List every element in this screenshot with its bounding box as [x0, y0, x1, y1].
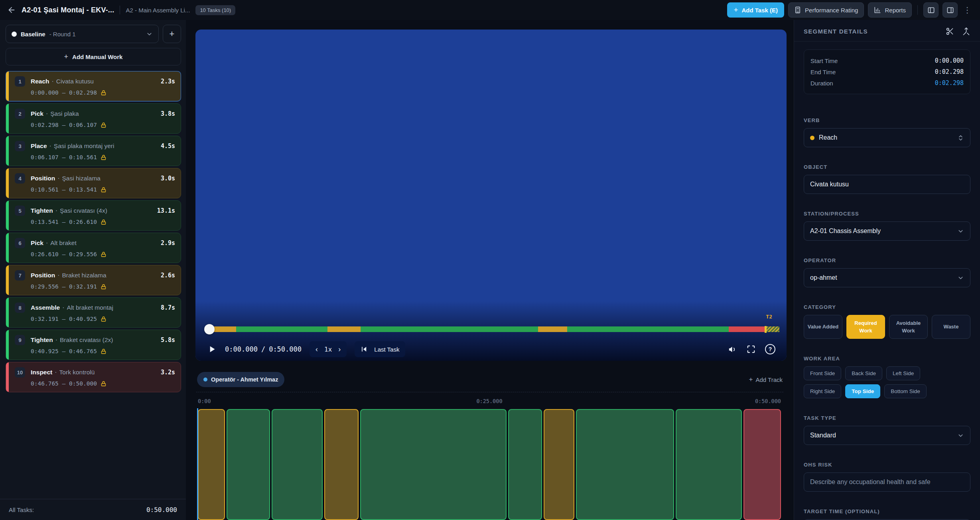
add-manual-work-button[interactable]: + Add Manual Work	[6, 48, 181, 65]
task-type-select[interactable]: Standard	[804, 426, 970, 445]
toolbar-separator	[917, 5, 918, 15]
task-item[interactable]: 7 Position · Braket hizalama 2.6s 0:29.5…	[6, 265, 181, 295]
timeline-playhead[interactable]	[197, 408, 198, 520]
fullscreen-button[interactable]	[747, 345, 755, 354]
toggle-left-panel-button[interactable]	[923, 2, 939, 18]
timeline-block[interactable]	[544, 409, 574, 520]
panel-header: SEGMENT DETAILS	[804, 27, 970, 36]
reports-button[interactable]: Reports	[868, 2, 912, 18]
scrubber-segment[interactable]	[327, 326, 361, 332]
timeline-block[interactable]	[324, 409, 359, 520]
work-area-button[interactable]: Left Side	[886, 366, 920, 380]
duration-label: Duration	[810, 80, 833, 87]
task-time-row: 0:13.541 — 0:26.610	[31, 219, 175, 225]
track-selector[interactable]: Operatör - Ahmet Yılmaz	[197, 372, 284, 387]
back-button[interactable]	[7, 6, 16, 14]
category-button[interactable]: Avoidable Work	[889, 315, 928, 339]
scrubber-segments[interactable]	[211, 326, 765, 332]
timeline-block[interactable]	[227, 409, 270, 520]
volume-button[interactable]	[728, 345, 737, 354]
timeline-block[interactable]	[198, 409, 225, 520]
toggle-right-panel-button[interactable]	[943, 2, 958, 18]
help-button[interactable]: ?	[765, 344, 775, 354]
task-duration: 4.5s	[158, 142, 175, 150]
category-button[interactable]: Required Work	[846, 315, 885, 339]
chevron-down-icon	[957, 432, 964, 439]
task-item[interactable]: 2 Pick · Şasi plaka 3.8s 0:02.298 — 0:06…	[6, 103, 181, 134]
work-area-button[interactable]: Bottom Side	[884, 384, 927, 398]
task-verb: Pick	[31, 110, 43, 117]
task-time-row: 0:32.191 — 0:40.925	[31, 316, 175, 322]
timeline-block[interactable]	[272, 409, 322, 520]
split-segment-button[interactable]	[946, 27, 954, 36]
task-object: Tork kontrolü	[59, 369, 95, 376]
task-item[interactable]: 6 Pick · Alt braket 2.9s 0:26.610 — 0:29…	[6, 233, 181, 263]
baseline-round-select[interactable]: Baseline - Round 1	[6, 25, 159, 43]
task-item[interactable]: 4 Position · Şasi hizalama 3.0s 0:10.561…	[6, 168, 181, 198]
scrubber-segment[interactable]	[361, 326, 505, 332]
ohs-risk-input[interactable]	[804, 473, 970, 492]
task-object: Şasi plaka montaj yeri	[54, 142, 114, 150]
task-item[interactable]: 5 Tighten · Şasi cıvatası (4x) 13.1s 0:1…	[6, 200, 181, 231]
scrubber-segment[interactable]	[278, 326, 328, 332]
speed-up-button[interactable]: ›	[338, 346, 341, 353]
play-button[interactable]	[207, 344, 217, 354]
work-area-button[interactable]: Back Side	[845, 366, 882, 380]
task-separator: ·	[46, 239, 48, 247]
task-category-stripe	[6, 265, 9, 295]
time-display: 0:00.000 / 0:50.000	[225, 345, 302, 353]
task-item[interactable]: 1 Reach · Civata kutusu 2.3s 0:00.000 — …	[6, 71, 181, 101]
plus-icon: +	[734, 6, 738, 14]
work-area-button[interactable]: Right Side	[804, 384, 841, 398]
task-item[interactable]: 8 Assemble · Alt braket montaj 8.7s 0:32…	[6, 297, 181, 328]
station-select[interactable]: A2-01 Chassis Assembly	[804, 221, 970, 241]
scrubber-segment[interactable]	[505, 326, 538, 332]
verb-select[interactable]: Reach	[804, 128, 970, 147]
object-input[interactable]: Civata kutusu	[804, 175, 970, 194]
video-player[interactable]: T2 0:00.000 / 0:50.000 ‹ 1x ›	[195, 30, 787, 361]
speed-down-button[interactable]: ‹	[315, 346, 318, 353]
task-number-badge: 9	[15, 335, 25, 345]
operator-select[interactable]: op-ahmet	[804, 268, 970, 287]
video-scrubber[interactable]: T2	[204, 324, 779, 334]
task-item[interactable]: 3 Place · Şasi plaka montaj yeri 4.5s 0:…	[6, 136, 181, 166]
task-item[interactable]: 9 Tighten · Braket cıvatası (2x) 5.8s 0:…	[6, 330, 181, 360]
work-area-button[interactable]: Front Side	[804, 366, 841, 380]
add-track-button[interactable]: + Add Track	[749, 376, 783, 384]
baseline-dot-icon	[12, 32, 17, 37]
category-button[interactable]: Value Added	[804, 315, 842, 339]
playhead-knob[interactable]	[204, 324, 215, 334]
scrubber-segment[interactable]	[538, 326, 567, 332]
add-round-button[interactable]: +	[163, 25, 181, 43]
chevron-down-icon	[146, 31, 153, 38]
add-manual-work-label: Add Manual Work	[72, 53, 122, 60]
lock-icon	[101, 219, 106, 225]
speed-control: ‹ 1x ›	[310, 341, 347, 357]
panel-header-actions	[946, 27, 970, 36]
task-time-row: 0:00.000 — 0:02.298	[31, 89, 175, 96]
timeline-block[interactable]	[360, 409, 506, 520]
timeline-block[interactable]	[508, 409, 542, 520]
baseline-name: Baseline	[21, 31, 45, 38]
timeline-block[interactable]	[743, 409, 781, 520]
scrubber-segment[interactable]	[664, 326, 729, 332]
category-button[interactable]: Waste	[932, 315, 970, 339]
timeline-block[interactable]	[576, 409, 674, 520]
overflow-hatch	[767, 326, 779, 332]
timeline-block[interactable]	[676, 409, 742, 520]
task-list: 1 Reach · Civata kutusu 2.3s 0:00.000 — …	[6, 71, 181, 499]
chevrons-up-down-icon	[957, 134, 964, 141]
task-verb: Inspect	[31, 369, 52, 376]
scrubber-segment[interactable]	[729, 326, 765, 332]
task-separator: ·	[55, 336, 57, 344]
performance-rating-button[interactable]: Performance Rating	[788, 2, 864, 18]
task-item[interactable]: 10 Inspect · Tork kontrolü 3.2s 0:46.765…	[6, 362, 181, 392]
add-task-button[interactable]: + Add Task (E)	[727, 2, 784, 18]
last-task-button[interactable]: Last Task	[355, 341, 405, 357]
merge-segment-button[interactable]	[962, 27, 970, 36]
more-options-icon[interactable]: ⋮	[962, 5, 973, 15]
scrubber-segment[interactable]	[567, 326, 664, 332]
work-area-button[interactable]: Top Side	[845, 384, 880, 398]
task-category-stripe	[6, 233, 9, 263]
scrubber-segment[interactable]	[236, 326, 278, 332]
